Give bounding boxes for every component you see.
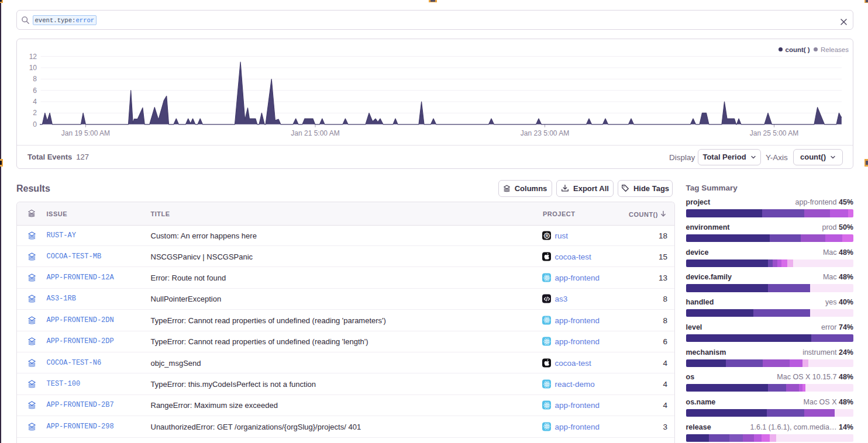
svg-text:8: 8 bbox=[33, 75, 37, 83]
svg-text:4: 4 bbox=[33, 98, 37, 106]
svg-text:0: 0 bbox=[33, 120, 37, 129]
svg-text:12: 12 bbox=[29, 53, 37, 61]
svg-text:Jan 23 5:00 AM: Jan 23 5:00 AM bbox=[521, 129, 569, 137]
svg-text:R: R bbox=[545, 233, 548, 237]
svg-text:10: 10 bbox=[29, 64, 37, 72]
svg-text:2: 2 bbox=[33, 109, 37, 117]
svg-text:Jan 21 5:00 AM: Jan 21 5:00 AM bbox=[291, 129, 339, 137]
svg-text:Jan 19 5:00 AM: Jan 19 5:00 AM bbox=[61, 129, 110, 137]
svg-text:6: 6 bbox=[33, 86, 37, 95]
